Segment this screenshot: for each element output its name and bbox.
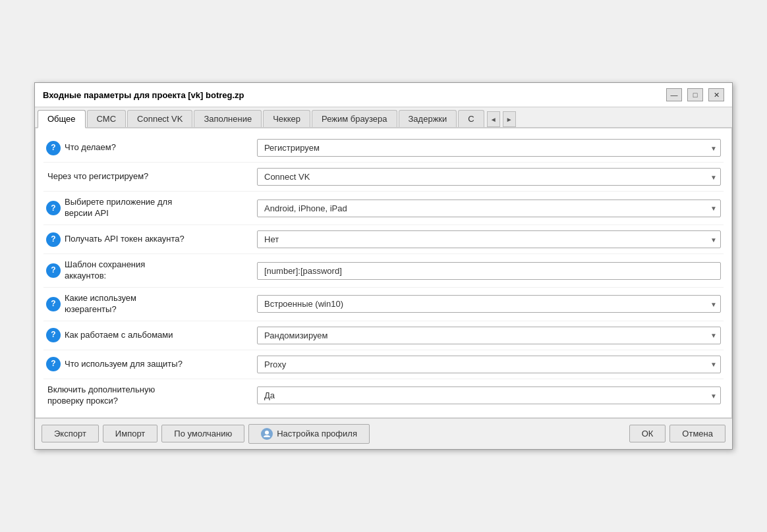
protection-select[interactable]: Proxy Нет VPN xyxy=(257,356,721,373)
svg-point-0 xyxy=(265,431,269,435)
user-agents-select[interactable]: Встроенные (win10) Другое xyxy=(257,295,721,313)
row-api-token: ? Получать API токен аккаунта? Нет Да ▼ xyxy=(43,225,724,254)
row-save-template: ? Шаблон сохраненияаккаунтов: xyxy=(43,254,724,288)
what-do-select-wrapper: Регистрируем Другое ▼ xyxy=(257,139,721,157)
footer: Экспорт Импорт По умолчанию Настройка пр… xyxy=(35,418,732,449)
default-button[interactable]: По умолчанию xyxy=(161,425,244,442)
row-albums-label: ? Как работаем с альбомами xyxy=(46,328,257,342)
minimize-button[interactable]: — xyxy=(666,88,682,101)
close-button[interactable]: ✕ xyxy=(708,88,724,101)
tab-fill[interactable]: Заполнение xyxy=(194,110,262,127)
tab-checker[interactable]: Чеккер xyxy=(263,110,310,127)
tab-prev-button[interactable]: ◄ xyxy=(487,111,500,127)
row-app-version: ? Выбирете приложение дляверсии API Andr… xyxy=(43,192,724,225)
help-icon-save-template[interactable]: ? xyxy=(46,263,61,278)
save-template-input[interactable] xyxy=(257,262,721,280)
protection-select-wrapper: Proxy Нет VPN ▼ xyxy=(257,356,721,373)
row-user-agents: ? Какие используемюзерагенты? Встроенные… xyxy=(43,288,724,321)
tab-bar: Общее СМС Connect VK Заполнение Чеккер Р… xyxy=(35,107,732,128)
api-token-select-wrapper: Нет Да ▼ xyxy=(257,230,721,248)
row-protection: ? Что используем для защиты? Proxy Нет V… xyxy=(43,350,724,379)
api-token-select[interactable]: Нет Да xyxy=(257,230,721,248)
ok-button[interactable]: ОК xyxy=(629,425,666,442)
title-bar: Входные параметры для проекта [vk] botre… xyxy=(35,83,732,107)
profile-icon xyxy=(261,428,273,440)
app-version-select[interactable]: Android, iPhone, iPad Android iPhone iPa… xyxy=(257,200,721,217)
row-albums: ? Как работаем с альбомами Рандомизируем… xyxy=(43,321,724,350)
save-template-input-wrapper xyxy=(257,262,721,280)
title-bar-controls: — □ ✕ xyxy=(666,88,724,101)
app-version-select-wrapper: Android, iPhone, iPad Android iPhone iPa… xyxy=(257,200,721,217)
albums-select-wrapper: Рандомизируем Другое ▼ xyxy=(257,327,721,344)
import-button[interactable]: Импорт xyxy=(103,425,157,442)
help-icon-what-do[interactable]: ? xyxy=(46,141,61,155)
export-button[interactable]: Экспорт xyxy=(42,425,99,442)
row-api-token-label: ? Получать API токен аккаунта? xyxy=(46,232,257,247)
help-icon-albums[interactable]: ? xyxy=(46,328,61,342)
maximize-button[interactable]: □ xyxy=(687,88,703,101)
tab-connect-vk[interactable]: Connect VK xyxy=(127,110,192,127)
row-extra-check: Включить дополнительнуюпроверку прокси? … xyxy=(43,379,724,412)
user-agents-select-wrapper: Встроенные (win10) Другое ▼ xyxy=(257,295,721,313)
row-register-via: Через что регистрируем? Connect VK Друго… xyxy=(43,163,724,192)
tab-browser-mode[interactable]: Режим браузера xyxy=(312,110,397,127)
scroll-area[interactable]: ? Что делаем? Регистрируем Другое ▼ Чере… xyxy=(36,128,731,417)
what-do-select[interactable]: Регистрируем Другое xyxy=(257,139,721,157)
main-window: Входные параметры для проекта [vk] botre… xyxy=(34,82,733,449)
albums-select[interactable]: Рандомизируем Другое xyxy=(257,327,721,344)
window-title: Входные параметры для проекта [vk] botre… xyxy=(43,90,244,100)
help-icon-protection[interactable]: ? xyxy=(46,357,61,371)
row-extra-check-label: Включить дополнительнуюпроверку прокси? xyxy=(46,385,257,407)
row-user-agents-label: ? Какие используемюзерагенты? xyxy=(46,293,257,315)
register-via-select-wrapper: Connect VK Другое ▼ xyxy=(257,168,721,186)
tab-general[interactable]: Общее xyxy=(38,110,86,128)
row-what-do: ? Что делаем? Регистрируем Другое ▼ xyxy=(43,134,724,163)
row-save-template-label: ? Шаблон сохраненияаккаунтов: xyxy=(46,259,257,282)
tab-delays[interactable]: Задержки xyxy=(399,110,457,127)
tab-other[interactable]: С xyxy=(458,110,484,127)
content-area: ? Что делаем? Регистрируем Другое ▼ Чере… xyxy=(35,128,732,417)
extra-check-select[interactable]: Да Нет xyxy=(257,386,721,404)
profile-button[interactable]: Настройка профиля xyxy=(248,424,370,444)
tab-next-button[interactable]: ► xyxy=(503,111,516,127)
cancel-button[interactable]: Отмена xyxy=(669,425,725,442)
row-app-version-label: ? Выбирете приложение дляверсии API xyxy=(46,197,257,219)
extra-check-select-wrapper: Да Нет ▼ xyxy=(257,386,721,404)
help-icon-api-token[interactable]: ? xyxy=(46,232,61,247)
register-via-select[interactable]: Connect VK Другое xyxy=(257,168,721,186)
row-register-via-label: Через что регистрируем? xyxy=(46,171,257,182)
row-protection-label: ? Что используем для защиты? xyxy=(46,357,257,371)
row-what-do-label: ? Что делаем? xyxy=(46,141,257,155)
help-icon-user-agents[interactable]: ? xyxy=(46,297,61,311)
tab-sms[interactable]: СМС xyxy=(87,110,126,127)
help-icon-app-version[interactable]: ? xyxy=(46,201,61,215)
